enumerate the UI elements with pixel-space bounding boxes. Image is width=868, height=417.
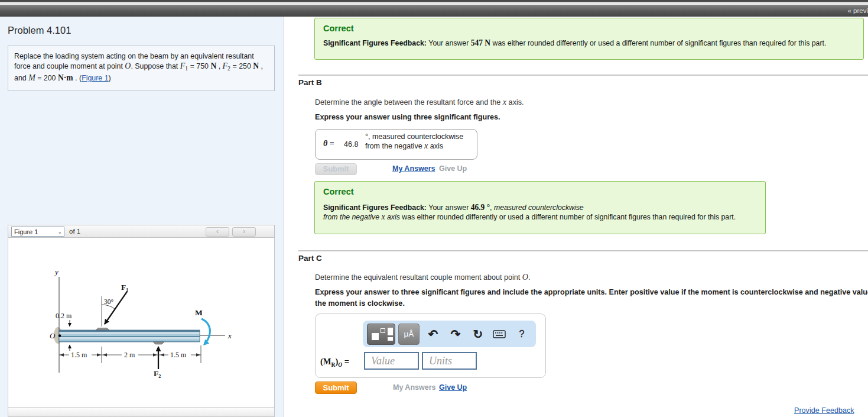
origin-label: O (50, 331, 56, 340)
theta-symbol: θ = (323, 139, 334, 148)
redo-icon[interactable]: ↷ (446, 321, 466, 347)
part-c-instruction: Express your answer to three significant… (315, 287, 868, 309)
equation-template-button[interactable] (367, 324, 395, 345)
part-c-my-answers-link[interactable]: My Answers (393, 383, 435, 392)
dim1-label: 1.5 m (71, 351, 87, 359)
moment-arrow (201, 319, 210, 344)
x-axis-label: x (227, 331, 232, 340)
figure-select-value: Figure 1 (14, 228, 38, 235)
template-icon (372, 333, 379, 340)
f2-label: F₂ (154, 369, 161, 378)
thickness-label: 0.2 m (56, 312, 72, 320)
part-c-question: Determine the equivalent resultant coupl… (315, 272, 530, 282)
part-b-answer-value: 46.8 (344, 140, 358, 148)
figure-select[interactable]: Figure 1 ⌄ (11, 227, 64, 237)
part-c-submit-button[interactable]: Submit (315, 382, 357, 394)
correct-heading: Correct (323, 24, 863, 33)
section-divider (298, 250, 868, 251)
template-icon (388, 337, 393, 341)
chevron-left-icon: ‹ (216, 227, 219, 235)
f1-label: F₁ (121, 283, 128, 292)
angle-label: 30° (104, 298, 114, 305)
top-bar-main: « previ (0, 5, 868, 17)
part-b-give-up-link[interactable]: Give Up (439, 164, 467, 173)
y-axis-label: y (54, 267, 58, 276)
top-navigation-bar: « previ (0, 0, 868, 17)
figure-prev-button[interactable]: ‹ (206, 227, 229, 237)
part-b-submit-button: Submit (315, 163, 357, 175)
figure-toolbar: Figure 1 ⌄ of 1 ‹ › (8, 225, 275, 238)
part-b-feedback-line1: Significant Figures Feedback: Your answe… (323, 203, 757, 212)
units-button[interactable]: μÅ (398, 324, 420, 345)
equation-toolbar: μÅ ↶ ↷ ↻ ? (363, 321, 536, 347)
figure-count-label: of 1 (69, 228, 80, 235)
part-b-correct-box: Correct Significant Figures Feedback: Yo… (314, 181, 766, 234)
moment-answer-label: (MR)O = (320, 357, 349, 368)
page-title: Problem 4.101 (8, 25, 71, 36)
part-b-instruction: Express your answer using three signific… (315, 112, 500, 123)
part-c-instruction-line1: Express your answer to three significant… (315, 288, 868, 296)
answer-suffix-line1: °, measured counterclockwise (365, 132, 463, 141)
chevron-down-icon: ⌄ (57, 229, 62, 235)
figure-canvas: y x O (8, 238, 275, 408)
figure-module: Figure 1 ⌄ of 1 ‹ › (8, 225, 275, 417)
undo-icon[interactable]: ↶ (423, 321, 443, 347)
part-c-heading: Part C (298, 254, 322, 263)
dim2-label: 2 m (124, 351, 135, 359)
answers-panel: Correct Significant Figures Feedback: Yo… (284, 17, 868, 417)
part-b-my-answers-link[interactable]: My Answers (392, 164, 435, 173)
keyboard-icon[interactable] (489, 321, 509, 347)
angle-arc (102, 305, 115, 309)
f1-plate (96, 328, 109, 331)
part-b-heading: Part B (298, 78, 322, 87)
origin-point (58, 334, 61, 337)
figure-footer (8, 408, 275, 417)
part-b-answer-box[interactable]: θ = 46.8 °, measured counterclockwise fr… (315, 129, 477, 160)
provide-feedback-link[interactable]: Provide Feedback (794, 406, 854, 415)
template-icon (381, 328, 385, 333)
problem-panel: Problem 4.101 Replace the loading system… (0, 17, 284, 417)
part-c-give-up-link[interactable]: Give Up (439, 383, 467, 392)
part-c-answer-module: μÅ ↶ ↷ ↻ ? (MR)O = (315, 313, 546, 378)
part-b-answer-suffix: °, measured counterclockwise from the ne… (365, 132, 463, 151)
part-a-feedback-text: Significant Figures Feedback: Your answe… (323, 38, 855, 48)
moment-label: M (195, 308, 203, 317)
part-c-instruction-line2: the moment is clockwise. (315, 299, 405, 308)
f1-arrow (105, 292, 127, 324)
dimension-line: 1.5 m 2 m 1.5 m (59, 345, 201, 363)
chevron-right-icon: › (243, 227, 245, 235)
correct-heading: Correct (323, 187, 765, 196)
part-b-feedback-line2: from the negative x axis was either roun… (323, 212, 757, 222)
beam (59, 330, 200, 342)
value-input[interactable] (364, 352, 419, 370)
section-divider (298, 75, 868, 76)
figure-next-button[interactable]: › (232, 227, 256, 237)
answer-suffix-line2: from the negative x axis (365, 141, 463, 151)
part-b-question: Determine the angle between the resultan… (315, 97, 524, 107)
units-input[interactable] (422, 352, 477, 370)
beam-diagram: y x O (8, 238, 274, 407)
previous-link[interactable]: « previ (847, 7, 868, 14)
reset-icon[interactable]: ↻ (468, 321, 488, 347)
dim3-label: 1.5 m (170, 351, 187, 359)
f2-plate (153, 342, 164, 344)
help-icon[interactable]: ? (512, 321, 532, 347)
part-a-correct-box: Correct Significant Figures Feedback: Yo… (314, 18, 864, 60)
problem-statement: Replace the loading system acting on the… (8, 46, 275, 91)
template-icon (388, 328, 393, 335)
